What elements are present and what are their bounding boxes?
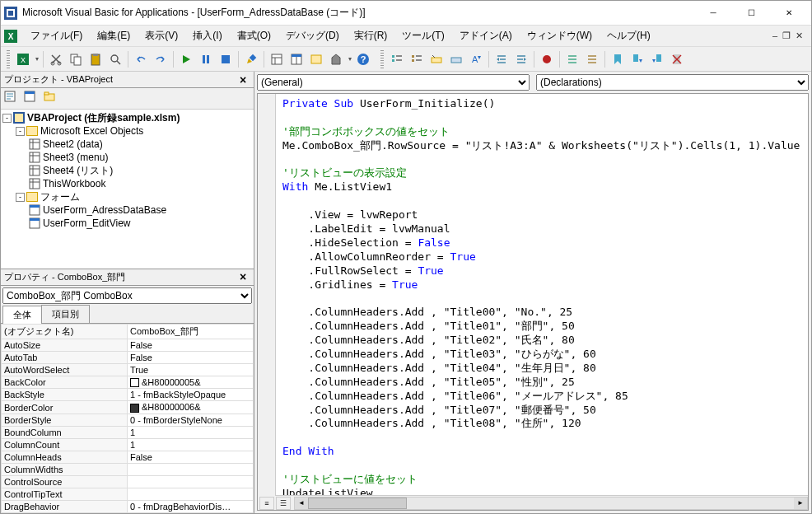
tab-all[interactable]: 全体 bbox=[2, 306, 42, 324]
tree-node[interactable]: UserForm_AdressDataBase bbox=[2, 203, 252, 217]
property-row[interactable]: BorderStyle0 - fmBorderStyleNone bbox=[2, 414, 254, 427]
menu-item[interactable]: ヘルプ(H) bbox=[600, 26, 657, 46]
help-button[interactable]: ? bbox=[354, 50, 372, 68]
mdi-close-button[interactable]: ✕ bbox=[796, 30, 803, 41]
property-value[interactable]: 0 - fmBorderStyleNone bbox=[128, 414, 254, 427]
property-row[interactable]: AutoTabFalse bbox=[2, 351, 254, 363]
complete-word-button[interactable]: A bbox=[467, 50, 485, 68]
code-margin[interactable] bbox=[258, 94, 276, 496]
property-value[interactable]: ComboBox_部門 bbox=[128, 324, 254, 339]
property-value[interactable]: True bbox=[128, 363, 254, 376]
cut-button[interactable] bbox=[47, 50, 65, 68]
tab-categorized[interactable]: 項目別 bbox=[41, 305, 90, 323]
paste-button[interactable] bbox=[86, 50, 105, 68]
undo-button[interactable] bbox=[132, 50, 150, 68]
reset-button[interactable] bbox=[217, 50, 235, 68]
tree-node[interactable]: -Microsoft Excel Objects bbox=[2, 124, 252, 138]
parameter-info-button[interactable] bbox=[447, 50, 465, 68]
project-pane-close-button[interactable]: × bbox=[236, 73, 250, 86]
menu-item[interactable]: 表示(V) bbox=[138, 26, 184, 46]
tree-node[interactable]: -VBAProject (住所録sample.xlsm) bbox=[2, 111, 252, 124]
property-row[interactable]: AutoWordSelectTrue bbox=[2, 363, 254, 376]
menu-item[interactable]: 編集(E) bbox=[91, 26, 137, 46]
maximize-button[interactable]: ☐ bbox=[732, 2, 770, 25]
properties-object-selector[interactable]: ComboBox_部門 ComboBox bbox=[2, 287, 252, 304]
project-explorer-button[interactable] bbox=[268, 50, 286, 68]
mdi-minimize-button[interactable]: – bbox=[772, 30, 777, 41]
scroll-left-button[interactable]: ◄ bbox=[295, 498, 308, 509]
property-value[interactable]: &H80000005& bbox=[128, 376, 254, 389]
properties-pane-close-button[interactable]: × bbox=[236, 270, 250, 283]
horizontal-scrollbar[interactable]: ◄ ► bbox=[294, 497, 808, 510]
toolbox-button[interactable] bbox=[327, 50, 345, 68]
property-value[interactable]: 1 - fmBackStyleOpaque bbox=[128, 389, 254, 401]
property-row[interactable]: ControlSource bbox=[2, 476, 254, 488]
prev-bookmark-button[interactable] bbox=[648, 50, 666, 68]
design-mode-button[interactable] bbox=[242, 50, 260, 68]
property-value[interactable]: &H80000006& bbox=[128, 401, 254, 414]
procedure-dropdown[interactable]: (Declarations) bbox=[536, 74, 809, 91]
excel-icon[interactable]: X bbox=[4, 30, 17, 43]
find-button[interactable] bbox=[106, 50, 124, 68]
tree-node[interactable]: Sheet4 (リスト) bbox=[2, 164, 252, 177]
redo-button[interactable] bbox=[152, 50, 170, 68]
view-code-button[interactable] bbox=[4, 91, 21, 107]
view-excel-button[interactable]: X bbox=[14, 50, 32, 68]
properties-window-button[interactable] bbox=[287, 50, 306, 68]
full-module-view-button[interactable]: ☰ bbox=[276, 497, 291, 510]
property-value[interactable]: False bbox=[128, 351, 254, 363]
property-row[interactable]: BackStyle1 - fmBackStyleOpaque bbox=[2, 389, 254, 401]
menu-item[interactable]: 書式(O) bbox=[231, 26, 278, 46]
menu-item[interactable]: ウィンドウ(W) bbox=[520, 26, 599, 46]
object-dropdown[interactable]: (General) bbox=[257, 74, 530, 91]
project-tree[interactable]: -VBAProject (住所録sample.xlsm)-Microsoft E… bbox=[1, 110, 254, 269]
property-value[interactable]: False bbox=[128, 451, 254, 464]
next-bookmark-button[interactable] bbox=[628, 50, 646, 68]
close-button[interactable]: ✕ bbox=[770, 2, 808, 25]
menu-item[interactable]: 実行(R) bbox=[348, 26, 394, 46]
scroll-right-button[interactable]: ► bbox=[794, 498, 807, 509]
bookmark-button[interactable] bbox=[609, 50, 627, 68]
property-row[interactable]: ColumnHeadsFalse bbox=[2, 451, 254, 464]
dropdown-icon[interactable]: ▾ bbox=[34, 55, 40, 63]
menu-item[interactable]: ツール(T) bbox=[395, 26, 450, 46]
property-value[interactable] bbox=[128, 464, 254, 476]
view-object-button[interactable] bbox=[24, 91, 40, 107]
code-editor[interactable]: Private Sub UserForm_Initialize() '部門コンボ… bbox=[257, 93, 809, 511]
property-row[interactable]: ColumnWidths bbox=[2, 464, 254, 476]
property-value[interactable] bbox=[128, 476, 254, 488]
uncomment-block-button[interactable] bbox=[583, 50, 601, 68]
tree-twisty-icon[interactable]: - bbox=[16, 127, 25, 136]
quick-info-button[interactable] bbox=[427, 50, 446, 68]
properties-grid[interactable]: (オブジェクト名)ComboBox_部門AutoSizeFalseAutoTab… bbox=[1, 324, 254, 513]
dropdown-icon[interactable]: ▾ bbox=[347, 55, 352, 63]
property-value[interactable]: 1 bbox=[128, 427, 254, 439]
property-value[interactable]: False bbox=[128, 339, 254, 351]
toolbar-handle[interactable] bbox=[7, 50, 10, 68]
procedure-view-button[interactable]: ≡ bbox=[259, 497, 274, 510]
mdi-restore-button[interactable]: ❐ bbox=[782, 30, 791, 41]
property-row[interactable]: BoundColumn1 bbox=[2, 427, 254, 439]
tree-twisty-icon[interactable]: - bbox=[2, 114, 12, 123]
menu-item[interactable]: ファイル(F) bbox=[24, 26, 89, 46]
property-row[interactable]: (オブジェクト名)ComboBox_部門 bbox=[2, 324, 254, 339]
tree-node[interactable]: -フォーム bbox=[2, 190, 252, 203]
property-row[interactable]: BackColor&H80000005& bbox=[2, 376, 254, 389]
tree-node[interactable]: Sheet2 (data) bbox=[2, 138, 252, 151]
property-value[interactable] bbox=[128, 488, 254, 501]
list-properties-button[interactable] bbox=[388, 50, 406, 68]
comment-block-button[interactable] bbox=[563, 50, 581, 68]
clear-bookmarks-button[interactable] bbox=[668, 50, 686, 68]
outdent-button[interactable] bbox=[512, 50, 530, 68]
run-button[interactable] bbox=[177, 50, 195, 68]
indent-button[interactable] bbox=[492, 50, 511, 68]
object-browser-button[interactable] bbox=[307, 50, 325, 68]
scroll-thumb[interactable] bbox=[308, 498, 407, 509]
tree-node[interactable]: ThisWorkbook bbox=[2, 177, 252, 190]
break-button[interactable] bbox=[197, 50, 215, 68]
list-constants-button[interactable] bbox=[408, 50, 426, 68]
property-row[interactable]: AutoSizeFalse bbox=[2, 339, 254, 351]
tree-node[interactable]: Sheet3 (menu) bbox=[2, 151, 252, 164]
property-row[interactable]: DragBehavior0 - fmDragBehaviorDis… bbox=[2, 501, 254, 513]
breakpoint-button[interactable] bbox=[538, 50, 556, 68]
